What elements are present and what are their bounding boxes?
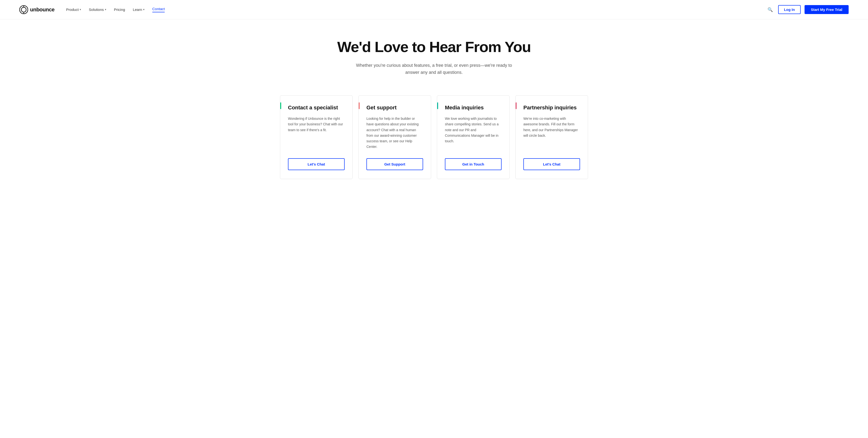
card-body: Looking for help in the builder or have … bbox=[366, 116, 423, 149]
card-accent-bar bbox=[359, 102, 360, 109]
chevron-down-icon: ▾ bbox=[105, 8, 106, 11]
card-title: Get support bbox=[366, 104, 423, 111]
logo[interactable]: unbounce bbox=[20, 5, 55, 14]
card-2: Media inquiriesWe love working with jour… bbox=[437, 95, 509, 179]
search-icon: 🔍 bbox=[768, 7, 773, 12]
card-1: Get supportLooking for help in the build… bbox=[359, 95, 431, 179]
card-accent-bar bbox=[280, 102, 281, 109]
nav-solutions[interactable]: Solutions ▾ bbox=[89, 7, 106, 12]
cards-section: Contact a specialistWondering if Unbounc… bbox=[0, 91, 868, 198]
card-title: Partnership inquiries bbox=[523, 104, 580, 111]
card-cta-button[interactable]: Get Support bbox=[366, 158, 423, 170]
card-0: Contact a specialistWondering if Unbounc… bbox=[280, 95, 352, 179]
card-title: Contact a specialist bbox=[288, 104, 345, 111]
nav-links: Product ▾ Solutions ▾ Pricing Learn ▾ Co… bbox=[66, 7, 766, 12]
search-button[interactable]: 🔍 bbox=[766, 6, 774, 14]
trial-button[interactable]: Start My Free Trial bbox=[805, 5, 848, 14]
nav-pricing[interactable]: Pricing bbox=[114, 7, 125, 12]
card-title: Media inquiries bbox=[445, 104, 502, 111]
nav-product[interactable]: Product ▾ bbox=[66, 7, 81, 12]
card-body: Wondering if Unbounce is the right tool … bbox=[288, 116, 345, 149]
logo-text: unbounce bbox=[30, 6, 55, 13]
navigation: unbounce Product ▾ Solutions ▾ Pricing L… bbox=[0, 0, 868, 20]
chevron-down-icon: ▾ bbox=[143, 8, 145, 11]
hero-subtitle: Whether you're curious about features, a… bbox=[352, 62, 516, 76]
card-accent-bar bbox=[516, 102, 517, 109]
hero-section: We'd Love to Hear From You Whether you'r… bbox=[0, 20, 868, 91]
login-button[interactable]: Log In bbox=[778, 5, 801, 14]
card-cta-button[interactable]: Get in Touch bbox=[445, 158, 502, 170]
svg-point-1 bbox=[21, 7, 26, 12]
card-cta-button[interactable]: Let's Chat bbox=[288, 158, 345, 170]
card-3: Partnership inquiriesWe're into co-marke… bbox=[516, 95, 588, 179]
card-body: We're into co-marketing with awesome bra… bbox=[523, 116, 580, 149]
nav-learn[interactable]: Learn ▾ bbox=[133, 7, 144, 12]
nav-actions: 🔍 Log In Start My Free Trial bbox=[766, 5, 848, 14]
nav-contact[interactable]: Contact bbox=[152, 7, 165, 12]
page-title: We'd Love to Hear From You bbox=[10, 39, 858, 55]
card-body: We love working with journalists to shar… bbox=[445, 116, 502, 149]
card-accent-bar bbox=[437, 102, 438, 109]
chevron-down-icon: ▾ bbox=[80, 8, 81, 11]
card-cta-button[interactable]: Let's Chat bbox=[523, 158, 580, 170]
